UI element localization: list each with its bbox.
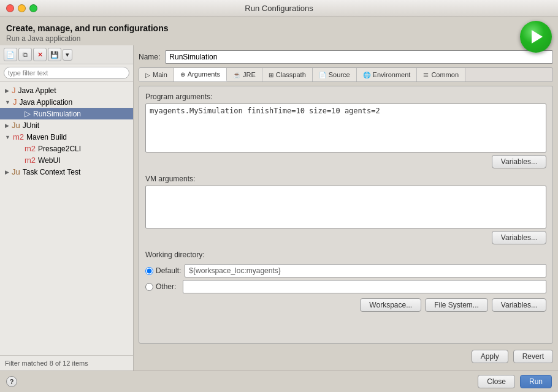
program-args-input[interactable]: myagents.MySimulation finishTime=10 size… bbox=[145, 104, 546, 153]
java-applet-label: Java Applet bbox=[18, 86, 56, 95]
delete-config-button[interactable]: ✕ bbox=[33, 48, 47, 61]
src-tab-icon: 📄 bbox=[319, 72, 326, 78]
new-config-button[interactable]: 📄 bbox=[4, 48, 17, 61]
delete-icon: ✕ bbox=[37, 51, 43, 59]
tree-item-presage2cli[interactable]: m2 Presage2CLI bbox=[0, 143, 133, 154]
help-button[interactable]: ? bbox=[6, 376, 17, 387]
config-panel: Program arguments: myagents.MySimulation… bbox=[139, 86, 553, 344]
save-config-button[interactable]: 💾 bbox=[48, 48, 61, 61]
webui-label: WebUI bbox=[38, 156, 60, 165]
working-dir-section: Working directory: Default: Other: bbox=[145, 251, 546, 312]
header-title: Create, manage, and run configurations bbox=[6, 23, 169, 33]
tab-environment[interactable]: 🌐 Environment bbox=[357, 68, 418, 81]
close-button[interactable]: Close bbox=[478, 375, 515, 388]
tab-classpath-label: Classpath bbox=[276, 71, 306, 78]
run-simulation-icon: ▷ bbox=[25, 109, 31, 118]
title-bar: Run Configurations bbox=[0, 0, 558, 17]
tab-source[interactable]: 📄 Source bbox=[313, 68, 357, 81]
default-radio-label[interactable]: Default: bbox=[145, 266, 181, 275]
other-wd-input[interactable] bbox=[183, 280, 546, 293]
program-args-label: Program arguments: bbox=[145, 92, 546, 101]
file-system-button[interactable]: File System... bbox=[425, 298, 488, 312]
working-dir-default-row: Default: bbox=[145, 264, 546, 277]
close-run-buttons: Close Run bbox=[478, 375, 552, 388]
tab-environment-label: Environment bbox=[373, 71, 411, 78]
wd-variables-button[interactable]: Variables... bbox=[492, 298, 546, 312]
maximize-window-button[interactable] bbox=[29, 4, 37, 12]
expand-arrow-junit-icon: ▶ bbox=[5, 123, 9, 129]
common-tab-icon: ☰ bbox=[423, 72, 429, 78]
expand-arrow-maven-icon: ▼ bbox=[5, 134, 10, 140]
tabs-bar: ▷ Main ⊕ Arguments ☕ JRE ⊞ Classpath 📄 S… bbox=[139, 67, 553, 82]
tab-main-label: Main bbox=[153, 71, 167, 78]
search-box bbox=[0, 64, 133, 82]
filter-status: Filter matched 8 of 12 items bbox=[5, 360, 88, 367]
header-subtitle: Run a Java application bbox=[6, 34, 169, 43]
dropdown-arrow-icon: ▾ bbox=[66, 51, 69, 59]
name-label: Name: bbox=[139, 53, 160, 61]
tree-item-run-simulation[interactable]: ▷ RunSimulation bbox=[0, 108, 133, 119]
run-icon-large[interactable] bbox=[520, 21, 552, 53]
tree-item-junit[interactable]: ▶ Ju JUnit bbox=[0, 119, 133, 131]
window-title: Run Configurations bbox=[245, 4, 313, 13]
revert-button[interactable]: Revert bbox=[513, 350, 553, 363]
default-wd-input[interactable] bbox=[185, 264, 546, 277]
tab-jre[interactable]: ☕ JRE bbox=[227, 68, 262, 81]
bottom-buttons: Apply Revert bbox=[139, 347, 553, 366]
search-input[interactable] bbox=[4, 67, 129, 79]
tree-item-task-context-test[interactable]: ▶ Ju Task Context Test bbox=[0, 166, 133, 178]
working-dir-other-row: Other: bbox=[145, 280, 546, 293]
duplicate-icon: ⧉ bbox=[23, 51, 28, 59]
program-variables-button[interactable]: Variables... bbox=[492, 155, 546, 168]
wd-buttons: Workspace... File System... Variables... bbox=[145, 298, 546, 312]
other-radio[interactable] bbox=[145, 283, 153, 291]
default-label: Default: bbox=[156, 266, 181, 275]
window-controls[interactable] bbox=[6, 4, 37, 12]
other-radio-label[interactable]: Other: bbox=[145, 282, 179, 291]
status-bar: Filter matched 8 of 12 items bbox=[0, 355, 133, 371]
vm-variables-button[interactable]: Variables... bbox=[492, 231, 546, 244]
dropdown-button[interactable]: ▾ bbox=[63, 49, 72, 61]
vm-args-section: VM arguments: Variables... bbox=[145, 175, 546, 244]
program-args-section: Program arguments: myagents.MySimulation… bbox=[145, 92, 546, 168]
tab-common[interactable]: ☰ Common bbox=[417, 68, 465, 81]
expand-arrow-java-app-icon: ▼ bbox=[5, 99, 10, 105]
close-window-button[interactable] bbox=[6, 4, 14, 12]
apply-button[interactable]: Apply bbox=[472, 350, 508, 363]
main-tab-icon: ▷ bbox=[145, 72, 150, 78]
name-row: Name: bbox=[139, 50, 553, 64]
duplicate-config-button[interactable]: ⧉ bbox=[18, 48, 32, 61]
vm-variables-row: Variables... bbox=[145, 231, 546, 244]
tab-arguments[interactable]: ⊕ Arguments bbox=[174, 68, 227, 81]
tree-item-maven-build[interactable]: ▼ m2 Maven Build bbox=[0, 131, 133, 143]
name-input[interactable] bbox=[165, 50, 553, 64]
expand-arrow-task-icon: ▶ bbox=[5, 169, 9, 175]
webui-icon: m2 bbox=[25, 156, 36, 165]
tab-source-label: Source bbox=[329, 71, 350, 78]
tab-classpath[interactable]: ⊞ Classpath bbox=[262, 68, 313, 81]
tree-item-java-application[interactable]: ▼ J Java Application bbox=[0, 96, 133, 108]
tab-jre-label: JRE bbox=[243, 71, 256, 78]
presage2cli-icon: m2 bbox=[25, 144, 36, 153]
maven-build-label: Maven Build bbox=[26, 133, 67, 141]
program-variables-row: Variables... bbox=[145, 155, 546, 168]
jre-tab-icon: ☕ bbox=[233, 72, 240, 78]
header-text: Create, manage, and run configurations R… bbox=[6, 23, 169, 43]
other-label: Other: bbox=[156, 282, 176, 291]
minimize-window-button[interactable] bbox=[18, 4, 26, 12]
tree: ▶ J Java Applet ▼ J Java Application ▷ R… bbox=[0, 82, 133, 355]
working-dir-label: Working directory: bbox=[145, 251, 546, 259]
vm-args-input[interactable] bbox=[145, 186, 546, 228]
tree-item-java-applet[interactable]: ▶ J Java Applet bbox=[0, 85, 133, 96]
default-radio[interactable] bbox=[145, 267, 153, 275]
main-content: 📄 ⧉ ✕ 💾 ▾ ▶ J Java Applet bbox=[0, 45, 558, 371]
tree-item-webui[interactable]: m2 WebUI bbox=[0, 154, 133, 166]
run-button[interactable]: Run bbox=[520, 375, 552, 388]
workspace-button[interactable]: Workspace... bbox=[360, 298, 421, 312]
header-section: Create, manage, and run configurations R… bbox=[0, 17, 558, 45]
junit-icon: Ju bbox=[12, 121, 20, 130]
task-label: Task Context Test bbox=[23, 168, 81, 176]
task-icon: Ju bbox=[12, 167, 20, 176]
presage2cli-label: Presage2CLI bbox=[38, 145, 81, 153]
tab-main[interactable]: ▷ Main bbox=[139, 68, 174, 81]
